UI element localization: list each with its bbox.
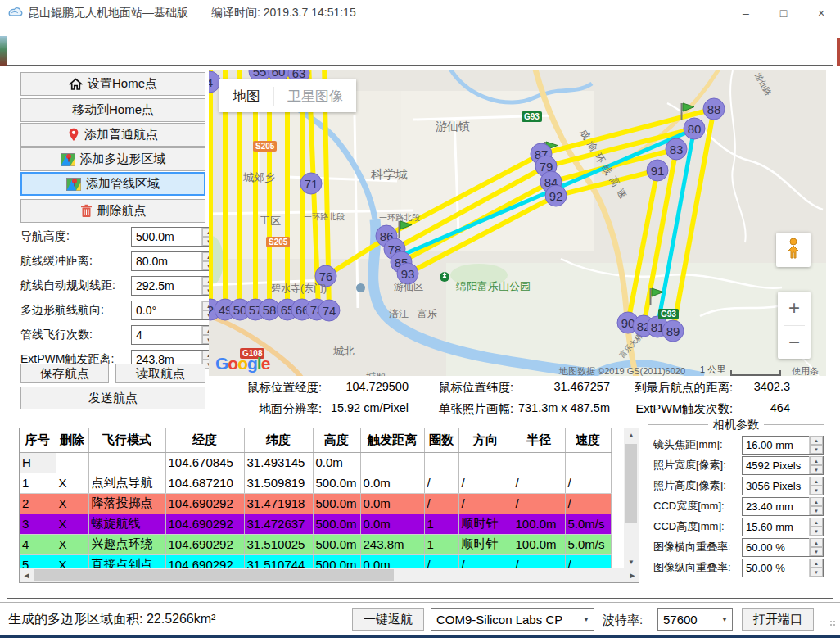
focal-length-field: 镜头焦距[mm]:16.00 mm▲▼ — [653, 435, 820, 455]
waypoint-marker[interactable]: 92 — [545, 185, 567, 207]
nav-altitude-field-input[interactable]: 500.0m▲▼ — [131, 227, 216, 247]
focal-length-field-input[interactable]: 16.00 mm▲▼ — [742, 436, 824, 455]
waypoint-marker[interactable]: 71 — [300, 173, 323, 195]
delete-cell — [56, 452, 88, 473]
spin-down-icon[interactable]: ▼ — [810, 506, 823, 515]
status-row-1: 鼠标位置经度:104.729500鼠标位置纬度:31.467257到最后航点的距… — [209, 380, 806, 396]
return-home-button[interactable]: 一键返航 — [352, 608, 424, 631]
spin-down-icon[interactable]: ▼ — [810, 568, 823, 577]
open-port-button[interactable]: 打开端口 — [742, 608, 814, 631]
waypoint-marker[interactable]: 74 — [318, 300, 341, 322]
overlap-vertical-field: 图像纵向重叠率:50.00 %▲▼ — [653, 558, 820, 577]
table-cell: / — [458, 473, 513, 493]
scroll-up-icon[interactable]: ▲ — [624, 428, 639, 442]
photo-width-field-input[interactable]: 4592 Pixels▲▼ — [742, 456, 824, 475]
waypoint-marker[interactable]: 88 — [703, 98, 725, 120]
overlap-horizontal-field-input[interactable]: 60.00 %▲▼ — [742, 538, 824, 557]
field-label: 图像横向重叠率: — [653, 540, 731, 554]
save-waypoints-button[interactable]: 保存航点 — [20, 364, 109, 383]
spin-up-icon[interactable]: ▲ — [810, 518, 823, 527]
delete-cell[interactable]: X — [56, 473, 88, 493]
baud-rate-label: 波特率: — [603, 613, 643, 628]
baud-rate-select[interactable]: 57600 ▼ — [657, 608, 733, 631]
field-label: CCD高度[mm]: — [653, 519, 725, 534]
table-horizontal-scrollbar[interactable]: ◄ ► — [20, 568, 639, 582]
spin-up-icon[interactable]: ▲ — [810, 559, 823, 568]
add-pipeline-area-button[interactable]: 添加管线区域 — [20, 172, 205, 196]
terms-link[interactable]: 使用条款 — [792, 365, 826, 376]
read-waypoints-button[interactable]: 读取航点 — [115, 364, 205, 383]
auto-line-spacing-field-input[interactable]: 292.5m▲▼ — [131, 276, 216, 296]
table-row[interactable]: 2X降落投掷点104.69029231.471918500.0m0.0m//// — [20, 493, 611, 514]
waypoint-marker[interactable]: 91 — [647, 160, 669, 182]
table-cell: 0.0m — [360, 554, 424, 569]
table-cell: / — [513, 473, 565, 493]
zoom-out-button[interactable]: − — [778, 326, 811, 360]
delete-waypoint-button[interactable]: 删除航点 — [20, 199, 205, 223]
polygon-heading-field-input[interactable]: 0.0°▲▼ — [131, 301, 216, 320]
status-row-2: 地面分辨率:15.92 cm/Pixel单张照片画幅:731.3m x 487.… — [209, 401, 806, 417]
status-value: 3402.3 — [733, 380, 790, 396]
scroll-down-icon[interactable]: ▼ — [624, 555, 639, 569]
table-cell: 104.687210 — [165, 473, 244, 493]
map-type-satellite-button[interactable]: 卫星图像 — [273, 87, 356, 106]
table-row[interactable]: 5X直接点到点104.69029231.510744500.0m0.0m//// — [20, 554, 611, 569]
move-to-home-button[interactable]: 移动到Home点 — [20, 98, 205, 122]
table-cell: 0.0m — [360, 473, 424, 493]
spin-up-icon[interactable]: ▲ — [810, 538, 823, 547]
ccd-width-field-input[interactable]: 23.40 mm▲▼ — [742, 497, 824, 516]
delete-cell[interactable]: X — [56, 554, 88, 569]
field-label: 镜头焦距[mm]: — [653, 437, 723, 452]
add-polygon-area-button[interactable]: 添加多边形区域 — [20, 147, 205, 171]
photo-height-field-input[interactable]: 3056 Pixels▲▼ — [742, 477, 824, 495]
map-base-art — [209, 70, 826, 376]
pegman-control[interactable] — [776, 233, 811, 267]
spin-up-icon[interactable]: ▲ — [810, 436, 823, 445]
table-cell: 104.690292 — [165, 554, 244, 569]
map-type-map-button[interactable]: 地图 — [219, 87, 273, 106]
pipeline-pass-count-field-input[interactable]: 4▲▼ — [131, 325, 216, 345]
serial-port-select[interactable]: COM9-Silicon Labs CP ▼ — [431, 608, 594, 631]
resize-grip[interactable] — [829, 620, 838, 628]
table-row[interactable]: 1X点到点导航104.68721031.509819500.0m0.0m//// — [20, 473, 611, 493]
table-cell: 31.471918 — [244, 493, 313, 514]
delete-cell[interactable]: X — [56, 514, 88, 534]
zoom-in-button[interactable]: + — [778, 292, 811, 325]
overlap-vertical-field-input[interactable]: 50.00 %▲▼ — [742, 559, 824, 577]
app-window: 昆山鲲鹏无人机地面站—基础版 编译时间: 2019.3.7 14:51:15 –… — [0, 0, 840, 638]
table-row[interactable]: 4X兴趣点环绕104.69029231.510025500.0m243.8m1顺… — [20, 534, 611, 554]
spin-down-icon[interactable]: ▼ — [810, 445, 823, 454]
waypoint-marker[interactable]: 80 — [684, 118, 706, 140]
delete-cell[interactable]: X — [56, 493, 88, 514]
delete-cell[interactable]: X — [56, 534, 88, 554]
table-cell — [360, 452, 424, 473]
table-vertical-scrollbar[interactable]: ▲ ▼ — [624, 428, 639, 569]
maximize-button[interactable]: □ — [765, 0, 802, 26]
map-attribution: 地图数据 ©2019 GS(2011)6020 — [559, 365, 685, 376]
spin-up-icon[interactable]: ▲ — [810, 497, 823, 506]
set-home-button[interactable]: 设置Home点 — [20, 72, 205, 96]
table-row[interactable]: H104.67084531.4931450.0m — [20, 452, 611, 473]
spin-down-icon[interactable]: ▼ — [810, 465, 823, 474]
spin-down-icon[interactable]: ▼ — [810, 527, 823, 536]
minimize-button[interactable]: – — [727, 0, 765, 26]
table-row[interactable]: 3X螺旋航线104.69029231.472637500.0m0.0m1顺时针1… — [20, 514, 611, 534]
scroll-thumb[interactable] — [625, 444, 637, 523]
add-normal-waypoint-button[interactable]: 添加普通航点 — [20, 123, 205, 147]
map-canvas[interactable]: 4556063717624950575865667374867885938779… — [209, 70, 826, 376]
send-waypoints-button[interactable]: 发送航点 — [20, 387, 205, 409]
scroll-right-icon[interactable]: ► — [625, 568, 639, 582]
waypoint-marker[interactable]: 89 — [662, 320, 684, 342]
route-buffer-field-input[interactable]: 80.0m▲▼ — [131, 251, 216, 271]
spin-up-icon[interactable]: ▲ — [810, 477, 823, 486]
spin-down-icon[interactable]: ▼ — [810, 547, 823, 556]
column-header: 圈数 — [424, 428, 458, 452]
spin-up-icon[interactable]: ▲ — [810, 456, 823, 465]
scroll-thumb[interactable] — [34, 569, 394, 581]
table-cell: / — [458, 493, 513, 514]
spin-down-icon[interactable]: ▼ — [810, 486, 823, 495]
close-button[interactable]: × — [802, 0, 840, 26]
scroll-left-icon[interactable]: ◄ — [20, 568, 34, 582]
waypoint-marker[interactable]: 83 — [666, 138, 688, 161]
ccd-height-field-input[interactable]: 15.60 mm▲▼ — [742, 518, 824, 536]
